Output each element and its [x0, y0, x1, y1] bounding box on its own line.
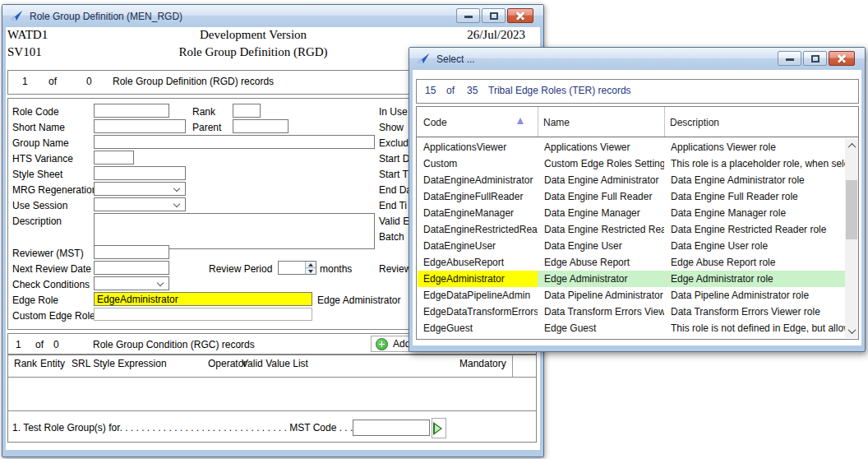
row-code-cell[interactable]: EdgeGuest — [418, 320, 538, 336]
group-name-input[interactable] — [94, 135, 375, 149]
row-code-cell[interactable]: DataEngineRestrictedReader — [418, 221, 538, 238]
rgc-record-index: 1 — [16, 339, 21, 350]
group-name-label: Group Name — [12, 137, 69, 149]
months-label: months — [320, 263, 352, 275]
chevron-down-icon — [173, 185, 180, 192]
mrg-regeneration-select[interactable] — [94, 182, 186, 196]
table-row[interactable]: EdgeDataPipelineAdmin Data Pipeline Admi… — [418, 287, 847, 304]
row-name-cell[interactable]: Custom Edge Roles Setting — [538, 155, 664, 172]
dialog-maximize-button[interactable] — [803, 51, 827, 66]
reviewer-input[interactable] — [94, 245, 169, 259]
row-code-cell[interactable]: DataEngineManager — [418, 205, 538, 221]
maximize-button[interactable] — [482, 8, 506, 23]
dialog-titlebar[interactable]: Select ... — [409, 48, 865, 70]
row-description-cell[interactable]: Applications Viewer role — [664, 139, 847, 155]
row-description-cell[interactable]: Data Engine Administrator role — [664, 172, 847, 188]
row-code-cell[interactable]: DataEngineUser — [418, 238, 538, 254]
stepper-buttons[interactable] — [305, 262, 316, 274]
table-row[interactable]: ApplicationsViewer Applications Viewer A… — [418, 139, 847, 155]
next-review-date-input[interactable] — [94, 261, 169, 275]
short-name-input[interactable] — [94, 119, 186, 133]
table-row[interactable]: DataEngineUser Data Engine User Data Eng… — [418, 238, 847, 254]
row-name-cell[interactable]: Data Engine Full Reader — [538, 188, 664, 205]
rgc-col-mandatory[interactable]: Mandatory — [459, 358, 506, 369]
description-textarea[interactable] — [94, 213, 375, 249]
minimize-button[interactable] — [456, 8, 480, 23]
use-session-select[interactable] — [94, 197, 186, 211]
row-description-cell[interactable]: This role is a placeholder role, when se… — [664, 155, 847, 172]
column-divider[interactable] — [538, 107, 538, 137]
row-code-cell[interactable]: DataEngineFullReader — [418, 188, 538, 205]
row-name-cell[interactable]: Data Transform Errors Viewer — [538, 304, 664, 320]
row-name-cell[interactable]: Data Pipeline Administrator — [538, 287, 664, 304]
row-name-cell[interactable]: Data Engine Manager — [538, 205, 664, 221]
row-code-cell[interactable]: EdgeDataPipelineAdmin — [418, 287, 538, 304]
row-name-cell[interactable]: Edge Administrator — [538, 271, 664, 287]
column-divider[interactable] — [664, 107, 665, 137]
row-code-cell[interactable]: EdgeAdministrator — [418, 271, 538, 287]
row-description-cell[interactable]: Data Engine User role — [664, 238, 847, 254]
vertical-scrollbar[interactable] — [845, 139, 858, 338]
row-description-cell[interactable]: Data Transform Errors Viewer role — [664, 304, 847, 320]
row-name-cell[interactable]: Data Engine Restricted Reader — [538, 221, 664, 238]
row-code-cell[interactable]: DataEngineAdministrator — [418, 172, 538, 188]
row-name-cell[interactable]: Applications Viewer — [538, 139, 664, 155]
rgd-records-label: Role Group Definition (RGD) records — [113, 76, 274, 87]
ter-col-name[interactable]: Name — [543, 117, 570, 128]
custom-edge-role-input[interactable] — [94, 308, 312, 321]
chevron-down-icon — [173, 201, 180, 207]
row-description-cell[interactable]: Data Engine Full Reader role — [664, 188, 847, 205]
mst-code-input[interactable] — [353, 420, 430, 436]
table-row[interactable]: DataEngineAdministrator Data Engine Admi… — [418, 172, 847, 188]
scroll-up-button[interactable] — [845, 139, 858, 153]
sort-ascending-icon[interactable] — [517, 118, 524, 124]
table-row[interactable]: EdgeGuest Edge Guest This role is not de… — [418, 320, 847, 336]
row-code-cell[interactable]: EdgeDataTransformErrorsViewer — [418, 304, 538, 320]
row-name-cell[interactable]: Edge Guest — [538, 320, 664, 336]
edge-role-input[interactable]: EdgeAdministrator — [94, 292, 312, 306]
dialog-close-button[interactable] — [829, 51, 855, 66]
table-row[interactable]: Custom Custom Edge Roles Setting This ro… — [418, 155, 847, 172]
step-down-icon[interactable] — [306, 267, 316, 274]
style-sheet-input[interactable] — [94, 166, 186, 180]
rgc-col-srl-style-expression[interactable]: SRL Style Expression — [72, 358, 167, 369]
table-row[interactable]: DataEngineFullReader Data Engine Full Re… — [418, 188, 847, 205]
row-code-cell[interactable]: EdgeAbuseReport — [418, 254, 538, 271]
close-button[interactable] — [507, 8, 533, 23]
role-code-input[interactable] — [94, 104, 169, 118]
row-description-cell[interactable]: Data Engine Manager role — [664, 205, 847, 221]
rgd-record-index: 1 — [22, 76, 28, 87]
run-test-button[interactable] — [432, 418, 446, 438]
main-titlebar[interactable]: Role Group Definition (MEN_RGD) — [2, 5, 543, 27]
row-description-cell[interactable]: Data Pipeline Administrator role — [664, 287, 847, 304]
dialog-minimize-button[interactable] — [778, 51, 801, 66]
ter-col-code[interactable]: Code — [423, 117, 447, 128]
row-name-cell[interactable]: Data Engine Administrator — [538, 172, 664, 188]
row-code-cell[interactable]: ApplicationsViewer — [418, 139, 538, 155]
table-row[interactable]: DataEngineManager Data Engine Manager Da… — [418, 205, 847, 221]
scrollbar-thumb[interactable] — [846, 180, 857, 239]
rgc-col-valid-value-list[interactable]: Valid Value List — [242, 358, 308, 369]
rank-input[interactable] — [233, 104, 261, 118]
table-row[interactable]: EdgeAbuseReport Edge Abuse Report Edge A… — [418, 254, 847, 271]
row-name-cell[interactable]: Data Engine User — [538, 238, 664, 254]
hts-variance-input[interactable] — [94, 151, 134, 165]
rgc-col-entity[interactable]: Entity — [40, 358, 65, 369]
table-row[interactable]: EdgeAdministrator Edge Administrator Edg… — [418, 271, 847, 287]
row-code-cell[interactable]: Custom — [418, 155, 538, 172]
step-up-icon[interactable] — [306, 262, 316, 267]
rgc-record-total: 0 — [53, 339, 59, 350]
check-conditions-select[interactable] — [94, 276, 169, 290]
review-period-stepper[interactable] — [278, 261, 316, 275]
row-description-cell[interactable]: Edge Abuse Report role — [664, 254, 847, 271]
table-row[interactable]: DataEngineRestrictedReader Data Engine R… — [418, 221, 847, 238]
scroll-down-button[interactable] — [845, 324, 858, 338]
row-name-cell[interactable]: Edge Abuse Report — [538, 254, 664, 271]
rgc-col-rank[interactable]: Rank — [14, 358, 37, 369]
row-description-cell[interactable]: This role is not defined in Edge, but al… — [664, 320, 847, 336]
parent-input[interactable] — [233, 119, 289, 133]
ter-col-description[interactable]: Description — [670, 117, 719, 128]
table-row[interactable]: EdgeDataTransformErrorsViewer Data Trans… — [418, 304, 847, 320]
row-description-cell[interactable]: Edge Administrator role — [664, 271, 847, 287]
row-description-cell[interactable]: Data Engine Restricted Reader role — [664, 221, 847, 238]
